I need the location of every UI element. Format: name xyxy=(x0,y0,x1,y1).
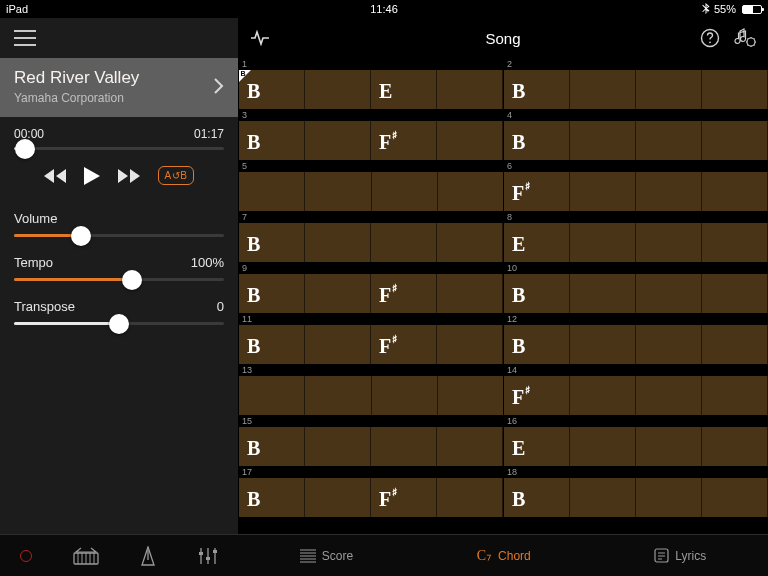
measure[interactable]: BBE xyxy=(238,70,503,109)
volume-label: Volume xyxy=(14,211,57,226)
song-selector[interactable]: Red River Valley Yamaha Corporation xyxy=(0,58,238,117)
bluetooth-icon xyxy=(702,3,710,16)
measure-number: 11 xyxy=(238,313,503,325)
content-title: Song xyxy=(485,30,520,47)
measure-number: 2 xyxy=(503,58,768,70)
tab-lyrics[interactable]: Lyrics xyxy=(654,548,706,563)
measure-number: 1 xyxy=(238,58,503,70)
status-battery-pct: 55% xyxy=(714,3,736,15)
measure[interactable]: E xyxy=(503,223,768,262)
measure[interactable] xyxy=(238,172,503,211)
score-icon xyxy=(300,549,316,563)
tab-score[interactable]: Score xyxy=(300,549,353,563)
fast-forward-button[interactable] xyxy=(118,169,140,183)
tempo-value: 100% xyxy=(191,255,224,270)
rewind-button[interactable] xyxy=(44,169,66,183)
song-artist: Yamaha Corporation xyxy=(14,91,139,105)
chord-label: F♯ xyxy=(512,386,529,409)
svg-point-6 xyxy=(747,38,755,46)
measure-number: 4 xyxy=(503,109,768,121)
measure-number: 7 xyxy=(238,211,503,223)
record-icon xyxy=(20,550,32,562)
keyboard-icon xyxy=(73,547,99,565)
record-button[interactable] xyxy=(20,550,32,562)
measure[interactable]: BF♯ xyxy=(238,478,503,517)
battery-icon xyxy=(742,5,762,14)
song-title: Red River Valley xyxy=(14,68,139,88)
measure-number: 15 xyxy=(238,415,503,427)
measure-number: 17 xyxy=(238,466,503,478)
tempo-label: Tempo xyxy=(14,255,53,270)
measure[interactable]: F♯ xyxy=(503,376,768,415)
lyrics-icon xyxy=(654,548,669,563)
measure-number: 5 xyxy=(238,160,503,172)
music-settings-icon xyxy=(734,28,756,48)
transpose-slider[interactable] xyxy=(14,322,224,325)
metronome-icon xyxy=(139,546,157,566)
chord-grid[interactable]: 12BBEB34BF♯B56F♯78BE910BF♯B1112BF♯B1314F… xyxy=(238,58,768,534)
chevron-right-icon xyxy=(214,76,224,98)
measure[interactable]: B xyxy=(238,427,503,466)
ab-loop-button[interactable]: A↺B xyxy=(158,166,195,185)
chord-label: E xyxy=(512,437,525,460)
content-area: Song 12BBEB34BF♯B56F♯78BE910BF♯B1112BF♯B… xyxy=(238,18,768,576)
settings-button[interactable] xyxy=(734,28,756,48)
mixer-button[interactable] xyxy=(198,547,218,565)
chord-label: F♯ xyxy=(512,182,529,205)
chord-label: B xyxy=(247,488,260,511)
measure[interactable]: B xyxy=(503,121,768,160)
measure-number: 10 xyxy=(503,262,768,274)
chord-label: F♯ xyxy=(379,131,396,154)
svg-rect-3 xyxy=(213,550,217,553)
measure-number: 16 xyxy=(503,415,768,427)
measure-number: 6 xyxy=(503,160,768,172)
play-button[interactable] xyxy=(84,167,100,185)
mixer-icon xyxy=(198,547,218,565)
status-bar: iPad 11:46 55% xyxy=(0,0,768,18)
chord-label: B xyxy=(512,80,525,103)
tab-chord[interactable]: C₇ Chord xyxy=(477,547,531,564)
time-total: 01:17 xyxy=(194,127,224,141)
measure[interactable]: B xyxy=(238,223,503,262)
measure[interactable]: B xyxy=(503,478,768,517)
measure-number: 12 xyxy=(503,313,768,325)
measure[interactable]: BF♯ xyxy=(238,121,503,160)
keyboard-button[interactable] xyxy=(73,547,99,565)
chord-label: F♯ xyxy=(379,335,396,358)
help-button[interactable] xyxy=(700,28,720,48)
measure[interactable]: E xyxy=(503,427,768,466)
chord-label: B xyxy=(512,131,525,154)
chord-label: E xyxy=(379,80,392,103)
svg-point-5 xyxy=(709,41,711,43)
measure[interactable] xyxy=(238,376,503,415)
measure[interactable]: B xyxy=(503,70,768,109)
tempo-slider[interactable] xyxy=(14,278,224,281)
menu-button[interactable] xyxy=(0,18,238,58)
measure-number: 14 xyxy=(503,364,768,376)
chord-label: B xyxy=(247,131,260,154)
chord-label: B xyxy=(247,233,260,256)
measure[interactable]: B xyxy=(503,274,768,313)
hamburger-icon xyxy=(14,30,36,46)
measure-number: 18 xyxy=(503,466,768,478)
svg-rect-2 xyxy=(206,557,210,560)
chord-label: B xyxy=(512,284,525,307)
transpose-value: 0 xyxy=(217,299,224,314)
sidebar: Red River Valley Yamaha Corporation 00:0… xyxy=(0,18,238,576)
measure[interactable]: BF♯ xyxy=(238,274,503,313)
measure[interactable]: BF♯ xyxy=(238,325,503,364)
measure-number: 8 xyxy=(503,211,768,223)
chord-label: B xyxy=(247,80,260,103)
status-device: iPad xyxy=(6,3,28,15)
svg-rect-1 xyxy=(199,552,203,555)
measure[interactable]: B xyxy=(503,325,768,364)
chord-label: B xyxy=(247,335,260,358)
status-time: 11:46 xyxy=(370,3,398,15)
content-topbar: Song xyxy=(238,18,768,58)
activity-icon[interactable] xyxy=(250,30,272,46)
metronome-button[interactable] xyxy=(139,546,157,566)
chord-label: B xyxy=(247,437,260,460)
playback-progress-slider[interactable] xyxy=(14,147,224,150)
measure[interactable]: F♯ xyxy=(503,172,768,211)
volume-slider[interactable] xyxy=(14,234,224,237)
